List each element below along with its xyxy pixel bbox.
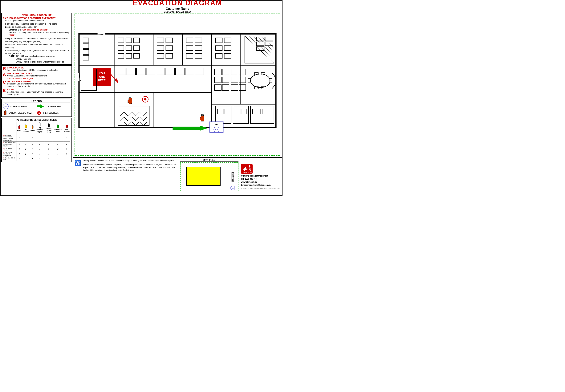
ext-b-wet: ✗ <box>22 141 30 147</box>
svg-rect-40 <box>118 46 124 51</box>
legend-assembly-label: ASSEMBLY POINT <box>10 105 27 108</box>
svg-line-118 <box>120 117 124 121</box>
svg-rect-88 <box>176 68 184 75</box>
race-e-text: Use fire stairs /exits. Take others with… <box>7 91 63 96</box>
legend-hose: FIRE HOSE REEL <box>37 110 70 116</box>
svg-rect-63 <box>224 53 231 58</box>
ext-a-blanket: ✓ <box>63 134 70 141</box>
ext-e-wet: ✗ <box>22 151 30 157</box>
svg-rect-62 <box>215 53 222 58</box>
svg-rect-102 <box>239 85 246 91</box>
svg-rect-108 <box>248 78 250 82</box>
svg-line-66 <box>248 36 274 59</box>
ext-row-e: E Energised Electrical Equipment ✗ ✗ ✗ ✓… <box>3 151 70 157</box>
svg-rect-70 <box>256 37 264 41</box>
floor-plan-area: YOU ARE HERE <box>73 12 282 157</box>
svg-rect-136 <box>224 109 229 114</box>
svg-rect-83 <box>127 68 136 75</box>
ext-c-foam: ✗ <box>30 147 35 151</box>
svg-rect-7 <box>19 125 20 126</box>
race-a-text: Advise Evacuation Coordinator/Management <box>7 75 47 77</box>
svg-rect-8 <box>25 125 27 128</box>
qbm-website: www.qbm.com.au <box>241 181 271 184</box>
svg-rect-95 <box>214 85 221 91</box>
svg-text:ONE STEP AHEAD: ONE STEP AHEAD <box>243 171 252 173</box>
svg-rect-2 <box>4 111 6 115</box>
svg-rect-52 <box>186 38 193 43</box>
site-plan-section: SITE PLAN STREET AA <box>179 158 240 196</box>
svg-rect-147 <box>201 115 204 121</box>
qbm-logo: qbm ONE STEP AHEAD <box>241 164 253 174</box>
svg-rect-14 <box>48 124 50 127</box>
external-label: External- Dial "000 to notify Fire Briga… <box>9 28 48 31</box>
race-r-letter: R <box>3 67 7 71</box>
site-aa-circle: AA <box>231 186 235 190</box>
ext-b-vap: ✓ <box>53 141 63 147</box>
evac-bullet-5: Follow your Evacuation Coordinator's ins… <box>5 43 70 49</box>
ext-c-blanket: ✗ <box>63 147 70 151</box>
svg-rect-46 <box>157 38 164 43</box>
customer-name: Customer Name <box>166 7 189 11</box>
svg-rect-10 <box>32 126 33 129</box>
svg-text:ARE: ARE <box>99 75 105 78</box>
qbm-company: Quality Building Management <box>241 174 271 178</box>
svg-rect-151 <box>173 126 200 130</box>
race-a-label: LERT-RAISE THE ALARM <box>7 72 32 75</box>
qbm-section: qbm ONE STEP AHEAD Q <box>240 158 282 196</box>
svg-text:YOU: YOU <box>99 72 105 75</box>
ext-row-a-label: A Ordinary Combustible (Wood, Paper, Pla… <box>3 134 17 141</box>
evacuation-procedure: EVACUATION PROCEDURE ON THE DISCOVERY OF… <box>1 13 72 65</box>
race-a-content: LERT-RAISE THE ALARM Advise Evacuation C… <box>7 72 70 80</box>
ext-col-foam: Foam <box>30 122 35 134</box>
race-c-content: ONTAIN FIRE & SMOKE Select and use extin… <box>7 80 70 88</box>
svg-rect-45 <box>134 53 139 58</box>
ext-col-dry: Dry Chemical Powder ABE <box>35 122 45 134</box>
svg-line-126 <box>124 122 128 126</box>
evac-body: Alert people and evacuate the immediate … <box>3 19 70 63</box>
race-r-text: from immediate danger, DO NOT block exit… <box>7 69 58 71</box>
ext-b-blanket: ✗ <box>63 141 70 147</box>
svg-text:TO: TO <box>215 123 218 126</box>
ext-row-f: F Cooking Oils & Fats ✗ ✓ ✗ ✗ ✗ ✓ ✓ <box>3 157 70 161</box>
svg-marker-1 <box>41 104 44 108</box>
ext-e-dry: ✓ <box>35 151 45 157</box>
race-e-content: VACUATE Use fire stairs /exits. Take oth… <box>7 88 70 96</box>
svg-rect-12 <box>39 123 41 126</box>
svg-rect-158 <box>78 73 79 81</box>
mobility-text: Mobility impaired persons should evacuat… <box>83 159 177 172</box>
svg-rect-98 <box>239 69 246 75</box>
svg-line-124 <box>143 117 147 121</box>
ext-header-row: Water Wet Chemical Foam Dry Chemical Pow… <box>3 122 70 134</box>
ext-row-f-label: F Cooking Oils & Fats <box>3 157 17 161</box>
race-alert: A LERT-RAISE THE ALARM Advise Evacuation… <box>3 72 70 80</box>
path-icon <box>37 104 46 108</box>
site-plan-box: STREET AA <box>180 162 238 191</box>
svg-rect-137 <box>235 109 241 114</box>
legend-path: PATH OF EXIT <box>37 104 70 109</box>
evac-bullet-1: Alert people and evacuate the immediate … <box>5 19 70 22</box>
race-a-letter: A <box>3 72 7 80</box>
floor-plan-svg: YOU ARE HERE <box>75 14 280 155</box>
qbm-info: Quality Building Management PH: 1300 880… <box>241 174 271 187</box>
qbm-copyright: © QUALITY BUILDING MANAGEMENT - November… <box>241 187 280 189</box>
ext-f-water: ✗ <box>17 157 22 161</box>
svg-rect-57 <box>195 53 202 58</box>
svg-rect-44 <box>126 53 132 58</box>
co2-ext-2 <box>200 114 204 121</box>
ext-e-co2: ✓ <box>45 151 53 157</box>
legend-path-label: PATH OF EXIT <box>48 105 61 108</box>
svg-rect-84 <box>137 68 145 75</box>
ext-row-c: C Flammable Gases ✗ ✗ ✗ ✓ ✗ ✗ ✗ <box>3 147 70 151</box>
ext-b-co2: ✓ <box>45 141 53 147</box>
svg-line-125 <box>120 122 124 126</box>
svg-rect-50 <box>157 53 164 58</box>
site-plan-building <box>186 167 220 186</box>
notes-block: NOTE: DO NOT stop to collect personal be… <box>5 55 70 63</box>
svg-rect-15 <box>48 123 49 124</box>
svg-rect-58 <box>215 38 222 43</box>
page: EVACUATION DIAGRAM Customer Name Custome… <box>0 0 282 196</box>
body: EVACUATION PROCEDURE ON THE DISCOVERY OF… <box>0 12 282 196</box>
wheelchair-icon: ♿ <box>75 159 81 172</box>
ext-c-vap: ✗ <box>53 147 63 151</box>
path-arrow-svg <box>37 104 46 108</box>
